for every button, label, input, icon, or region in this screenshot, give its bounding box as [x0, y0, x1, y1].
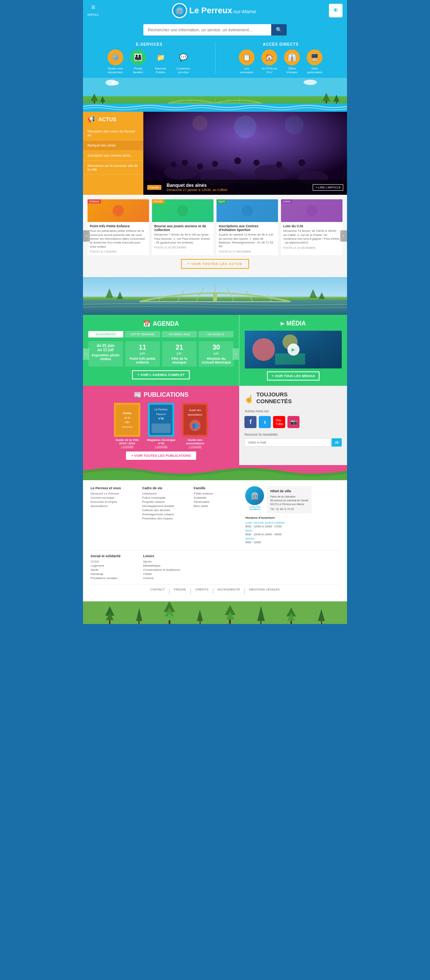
footer-link-sante[interactable]: Santé [90, 568, 138, 571]
footer-col-perreux: Le Perreux et vous Découvrir Le Perreux … [90, 486, 138, 545]
publications-section: 📰 PUBLICATIONS Guide de la Ville 2015/20… [83, 386, 239, 465]
svg-point-20 [298, 159, 305, 166]
service-elus[interactable]: 💬 Contactez vos élus [174, 49, 193, 74]
pub-cards-row: Guide de la Ville 2015/2016 Guide de la … [88, 403, 234, 448]
agenda-tab-weekend[interactable]: CE WEEK-END [162, 331, 197, 337]
media-thumbnail[interactable]: ▶ [245, 331, 342, 368]
svg-text:2015/2016: 2015/2016 [122, 426, 133, 428]
voir-medias-button[interactable]: + VOIR TOUS LES MÉDIAS [267, 371, 319, 380]
youtube-icon[interactable]: YouTube [273, 416, 285, 428]
actus-item-4[interactable]: Bienvenue sur le nouveau site de la vill… [83, 161, 143, 175]
agenda-tab-week[interactable]: CETTE SEMAINE [125, 331, 160, 337]
footer-tree-6 [257, 606, 265, 624]
pub-card-magazine[interactable]: Le Perreux Magazine n°42 Magazine munici… [146, 403, 176, 448]
pub-guide-link[interactable]: + consulter [112, 445, 142, 448]
agenda-event-2[interactable]: 11 juin Point info petite enfance [125, 341, 160, 367]
footer-link-periscolaire[interactable]: Périscolaire [194, 500, 241, 504]
voir-agenda-button[interactable]: + VOIR L'AGENDA COMPLET [132, 370, 190, 379]
instagram-icon[interactable]: 📷 [287, 416, 300, 428]
connectes-subtitle: Suivez-nous sur [244, 409, 342, 413]
footer-link-sports[interactable]: Sports [143, 560, 191, 563]
footer-link-contact[interactable]: CONTACT [151, 588, 165, 595]
service-demarches[interactable]: ⚙️ Toutes mes démarches [106, 49, 125, 74]
pub-card-guide[interactable]: Guide de la Ville 2015/2016 Guide de la … [112, 403, 142, 448]
footer-col-perreux-title: Le Perreux et vous [90, 486, 138, 490]
service-emploi[interactable]: 👔 Offres d'emploi [282, 49, 301, 74]
footer-link-economie[interactable]: Économie et emploi [90, 500, 138, 504]
service-pos-plu[interactable]: 🏠 Du POS au PLU [260, 49, 279, 74]
service-partenaires[interactable]: 🖥️ Sites partenaires [305, 49, 324, 74]
news-card-4[interactable]: Loisirs Loto du CJS Dimanche 14 février,… [281, 199, 343, 255]
pub-card-asso[interactable]: Guide des associations 👥 Guide des assoc… [180, 403, 210, 448]
logo-area[interactable]: 🏛️ Le Perreux-sur-Marne [172, 3, 256, 18]
footer-link-handicap[interactable]: Handicap [90, 572, 138, 576]
svg-point-19 [276, 162, 282, 168]
carousel-next-button[interactable]: › [340, 230, 347, 242]
footer-link-collecte[interactable]: Collecte des déchets [142, 509, 189, 512]
search-button[interactable]: 🔍 [271, 24, 287, 35]
footer-link-amenagements[interactable]: Aménagements urbains [142, 513, 189, 516]
footer-link-conservatoire[interactable]: Conservatoire et Auditorium [143, 568, 191, 571]
agenda-event-1[interactable]: du 01 juinau 11 juil Exposition photo Om… [88, 341, 123, 367]
demarches-label: Toutes mes démarches [106, 67, 125, 74]
footer-link-proprete[interactable]: Propreté urbaine [142, 500, 189, 504]
footer-link-accessibilite[interactable]: ACCESSIBILITÉ [217, 588, 240, 595]
agenda-event-4[interactable]: 30 juin Réunion du Conseil Municipal [199, 341, 233, 367]
eye-icon: 👁 [333, 7, 339, 14]
footer-link-petite-enfance[interactable]: Petite enfance [194, 492, 241, 495]
twitter-label: t [264, 419, 265, 425]
actus-item-1[interactable]: Réception des vœux du Nouvel an [83, 126, 143, 140]
search-input[interactable] [143, 24, 271, 35]
newsletter-submit-button[interactable]: ok [332, 438, 342, 447]
footer-link-cdbm[interactable]: CDbM [143, 572, 191, 576]
footer-link-dev-durable[interactable]: Développement durable [142, 504, 189, 508]
svg-point-22 [192, 116, 208, 130]
footer-link-cinema[interactable]: Cinéma [143, 576, 191, 580]
news-card-2[interactable]: Famille Bourse aux jouets anciens et de … [152, 199, 214, 255]
menu-button[interactable]: ≡ MENU [87, 4, 99, 18]
voir-publications-button[interactable]: + VOIR TOUTES LES PUBLICATIONS [126, 452, 196, 460]
footer-link-ccas[interactable]: CCAS [90, 560, 138, 563]
footer-link-associations[interactable]: Associations [90, 504, 138, 508]
footer-link-mediatheque[interactable]: Médiathèque [143, 564, 191, 567]
actus-item-2[interactable]: Banquet des aînés [83, 140, 143, 151]
accessibility-button[interactable]: 👁 [329, 4, 343, 18]
pub-magazine-link[interactable]: + consulter [146, 445, 176, 448]
footer-link-conseil[interactable]: Conseil municipal [90, 496, 138, 500]
pub-asso-link[interactable]: + consulter [180, 445, 210, 448]
newsletter-email-input[interactable] [244, 438, 330, 447]
agenda-event-1-date: du 01 juinau 11 juil [90, 344, 121, 352]
pub-connect-section: 📰 PUBLICATIONS Guide de la Ville 2015/20… [83, 386, 347, 465]
footer-link-credits[interactable]: CRÉDITS [195, 588, 208, 595]
voir-actus-button[interactable]: + VOIR TOUTES LES ACTUS [181, 259, 249, 269]
footer-link-logement[interactable]: Logement [90, 564, 138, 567]
footer-link-decouvrir[interactable]: Découvrir Le Perreux [90, 492, 138, 495]
service-annuaires[interactable]: 📋 Les annuaires [237, 49, 256, 74]
footer-link-prestations[interactable]: Prestations sociales [90, 576, 138, 580]
agenda-tab-today[interactable]: AUJOURD'HUI [88, 331, 123, 337]
footer-link-police[interactable]: Police municipale [142, 496, 189, 500]
carousel-prev-button[interactable]: ‹ [83, 230, 90, 242]
footer-link-prevention[interactable]: Prévention des risques [142, 517, 189, 520]
footer-link-solidarite[interactable]: Solidarité [194, 496, 241, 500]
agenda-tab-month[interactable]: CE MOIS-CI [198, 331, 233, 337]
actus-item-3[interactable]: Inscription aux centres aérés [83, 151, 143, 161]
footer-link-bien-vieillir[interactable]: Bien vieillir [194, 504, 241, 508]
event-title: Banquet des aînés [167, 183, 227, 188]
footer-link-presse[interactable]: PRESSE [174, 588, 186, 595]
lire-article-button[interactable]: + LIRE L'ARTICLE [313, 184, 343, 191]
agenda-next-button[interactable]: › [233, 348, 239, 360]
agenda-event-3[interactable]: 21 juin Fête de la musique [162, 341, 197, 367]
facebook-icon[interactable]: f [244, 416, 257, 428]
footer-link-mentions[interactable]: MENTIONS LÉGALES [249, 588, 279, 595]
svg-text:associations: associations [188, 414, 203, 416]
svg-rect-51 [116, 405, 138, 435]
footer-tree-4 [197, 610, 203, 624]
news-card-1[interactable]: Enfance Point Info Petite Enfance Tous l… [87, 199, 149, 255]
play-button[interactable]: ▶ [287, 344, 300, 356]
twitter-icon[interactable]: t [259, 416, 271, 428]
news-card-3[interactable]: Sport Inscriptions aux Centres d'Initiat… [216, 199, 278, 255]
service-familles[interactable]: 👨‍👩‍👧 Portail familles [129, 49, 148, 74]
footer-link-urbanisme[interactable]: Urbanisme [142, 492, 189, 495]
service-marches[interactable]: 📁 Marchés Publics [151, 49, 170, 74]
